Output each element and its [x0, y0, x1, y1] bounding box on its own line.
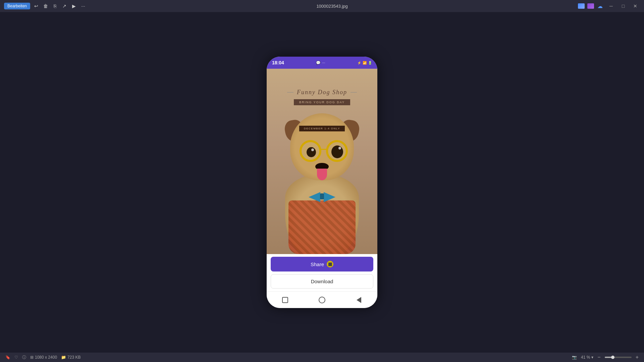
folder-icon: 📁: [61, 355, 66, 360]
glasses-bridge: [320, 149, 326, 150]
eye-shine-right: [338, 147, 341, 149]
nav-home-icon[interactable]: [318, 296, 326, 304]
bowtie: [309, 190, 335, 202]
shop-title-area: Funny Dog Shop BRING YOUR DOG DAY: [285, 89, 359, 105]
close-button[interactable]: ✕: [631, 1, 640, 11]
shop-name: Funny Dog Shop: [297, 89, 347, 96]
title-bar-right: ☁ ─ □ ✕: [578, 1, 640, 11]
eye-shine-left: [311, 148, 314, 151]
shop-subtitle-wrapper: BRING YOUR DOG DAY: [285, 99, 359, 105]
colorful-grid-icon: [578, 2, 585, 10]
shop-tagline: BRING YOUR DOG DAY: [294, 99, 350, 105]
zoom-percent: 41 %: [581, 355, 590, 360]
dog-illustration: [282, 110, 362, 254]
title-line-left: [287, 92, 293, 93]
bowtie-left: [309, 192, 320, 202]
dimensions-info: ⊞ 1080 x 2400: [30, 355, 57, 360]
title-bar-left: Bearbeiten ↩ 🗑 ⎘ ↗ ▶ ···: [4, 3, 87, 9]
zoom-slider-thumb: [611, 356, 614, 359]
cloud-icon: ☁: [596, 2, 604, 10]
title-line-right: [351, 92, 357, 93]
play-icon[interactable]: ▶: [70, 3, 77, 9]
bluetooth-icon: ⚡: [357, 61, 361, 65]
dog-face: [290, 113, 354, 180]
camera-icon[interactable]: 📷: [572, 355, 577, 360]
more-dots-icon: ···: [322, 61, 325, 65]
status-bar-left: 🔖 ♡ ⓘ ⊞ 1080 x 2400 📁 723 KB: [5, 355, 80, 360]
share-icon[interactable]: ↗: [61, 3, 68, 9]
whatsapp-icon: 💬: [316, 61, 321, 65]
copy-icon[interactable]: ⎘: [52, 3, 58, 9]
undo-icon[interactable]: ↩: [33, 3, 40, 9]
edit-button[interactable]: Bearbeiten: [4, 3, 30, 9]
share-button[interactable]: Share ⬛: [271, 257, 373, 272]
zoom-control: 41 % ▾: [581, 355, 593, 360]
share-icon-circle: ⬛: [327, 261, 333, 267]
glasses-left: [300, 140, 321, 162]
title-bar: Bearbeiten ↩ 🗑 ⎘ ↗ ▶ ··· 1000023543.jpg …: [0, 0, 644, 12]
pupil-right: [331, 145, 343, 158]
bowtie-right: [324, 192, 335, 202]
phone-container: 18:04 💬 ··· ⚡ 📶 🔋 Funny Dog Shop: [266, 12, 378, 353]
dog-tongue: [317, 169, 327, 180]
more-icon[interactable]: ···: [80, 3, 87, 9]
download-button[interactable]: Download: [271, 274, 373, 289]
minimize-button[interactable]: ─: [606, 1, 616, 11]
share-button-label: Share: [311, 261, 324, 267]
nav-square-icon[interactable]: [281, 296, 289, 304]
purple-square-icon: [587, 2, 594, 10]
signal-icon: 📶: [363, 61, 367, 65]
battery-icon: 🔋: [368, 61, 372, 65]
pupil-left: [307, 147, 316, 157]
dimensions-icon: ⊞: [30, 355, 34, 360]
phone-status-icons-right: ⚡ 📶 🔋: [357, 61, 372, 65]
bookmark-icon[interactable]: 🔖: [5, 355, 10, 360]
phone-buttons-area: Share ⬛ Download: [267, 254, 377, 291]
bowtie-center: [320, 193, 324, 199]
zoom-slider[interactable]: [605, 357, 632, 358]
zoom-minus-icon[interactable]: −: [597, 354, 600, 360]
file-size-info: 📁 723 KB: [61, 355, 80, 360]
heart-icon[interactable]: ♡: [14, 355, 18, 360]
window-controls: ─ □ ✕: [606, 1, 640, 11]
phone-mockup: 18:04 💬 ··· ⚡ 📶 🔋 Funny Dog Shop: [267, 57, 377, 308]
phone-nav-bar: [267, 291, 377, 308]
status-bar: 🔖 ♡ ⓘ ⊞ 1080 x 2400 📁 723 KB 📷 41 % ▾ − …: [0, 353, 644, 362]
trash-icon[interactable]: 🗑: [42, 3, 49, 9]
info-icon[interactable]: ⓘ: [22, 355, 26, 360]
date-badge: DECEMBER 1-4 ONLY: [299, 126, 345, 131]
phone-status-bar: 18:04 💬 ··· ⚡ 📶 🔋: [267, 57, 377, 69]
zoom-chevron[interactable]: ▾: [591, 355, 593, 360]
tray-icons: ☁: [578, 2, 604, 10]
file-name-title: 1000023543.jpg: [316, 4, 347, 9]
glasses-right: [326, 140, 348, 162]
phone-image-area: Funny Dog Shop BRING YOUR DOG DAY DECEMB…: [267, 69, 377, 254]
shop-content: Funny Dog Shop BRING YOUR DOG DAY DECEMB…: [267, 69, 377, 254]
status-bar-right: 📷 41 % ▾ − +: [572, 354, 639, 360]
file-size-value: 723 KB: [67, 355, 80, 360]
phone-time: 18:04: [272, 60, 284, 65]
zoom-plus-icon[interactable]: +: [636, 354, 639, 360]
dog-shirt: [288, 200, 356, 254]
maximize-button[interactable]: □: [619, 1, 628, 11]
dimensions-value: 1080 x 2400: [35, 355, 57, 360]
nav-back-icon[interactable]: [355, 296, 363, 304]
